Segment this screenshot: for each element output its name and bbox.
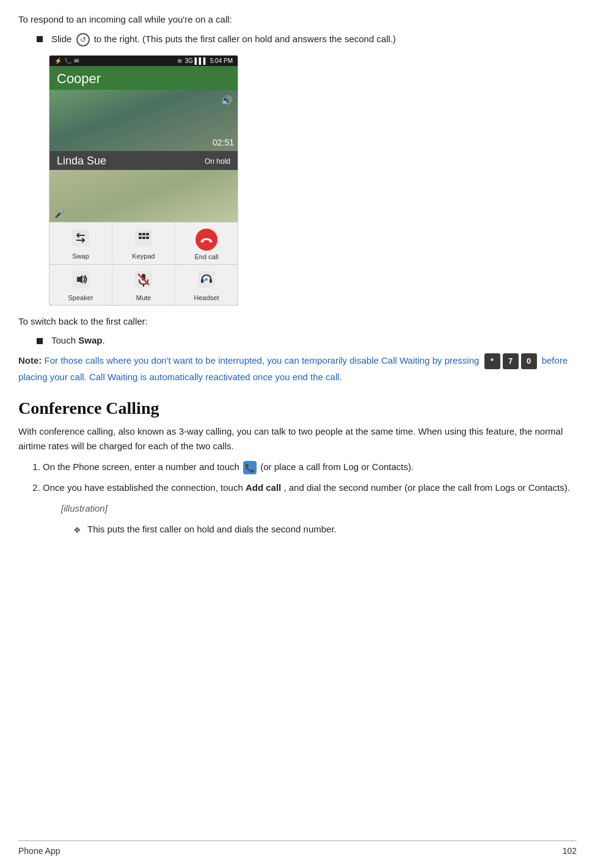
message-icon-status: ✉ xyxy=(74,57,79,64)
conference-intro: With conference calling, also known as 3… xyxy=(18,424,577,454)
speaker-corner-icon: 🔊 xyxy=(221,95,233,106)
end-call-button[interactable]: End call xyxy=(175,223,238,264)
swap-icon xyxy=(72,229,89,250)
second-caller-section: Linda Sue On hold xyxy=(49,151,238,170)
switch-back-text: To switch back to the first caller: xyxy=(18,314,577,329)
first-caller-image: 🔊 02:51 xyxy=(49,90,238,151)
sub-bullet-text: This puts the first caller on hold and d… xyxy=(87,522,337,537)
note-section: Note: For those calls where you don't wa… xyxy=(18,353,577,385)
headset-button[interactable]: Headset xyxy=(175,265,238,305)
on-hold-label: On hold xyxy=(205,157,230,166)
speaker-icon xyxy=(72,271,89,292)
second-caller-name: Linda Sue xyxy=(57,155,106,167)
end-call-icon xyxy=(195,229,217,251)
action-row-1: Swap Keypad xyxy=(49,222,238,264)
step-2-bold: Add call xyxy=(246,482,281,493)
note-label: Note: xyxy=(18,355,42,366)
end-call-label: End call xyxy=(194,253,218,260)
step-1-text-before: On the Phone screen, enter a number and … xyxy=(43,462,242,472)
step-2-text-after: , and dial the second number (or place t… xyxy=(283,482,570,493)
bullet-square-icon xyxy=(37,36,43,42)
headset-icon xyxy=(198,271,215,292)
svg-rect-6 xyxy=(142,237,145,239)
footer-left: Phone App xyxy=(18,846,60,856)
first-caller-section: Cooper xyxy=(49,66,238,90)
action-row-2: Speaker Mute xyxy=(49,264,238,305)
call-timer: 02:51 xyxy=(213,138,234,147)
page-footer: Phone App 102 xyxy=(18,840,577,856)
second-caller-face-bg xyxy=(49,170,238,222)
svg-point-17 xyxy=(205,278,208,281)
headset-label: Headset xyxy=(194,294,219,301)
mute-label: Mute xyxy=(136,294,151,301)
speaker-label: Speaker xyxy=(68,294,93,301)
second-caller-image: 🎤 xyxy=(49,170,238,222)
svg-rect-16 xyxy=(210,279,212,283)
svg-rect-4 xyxy=(146,233,149,235)
step-2: Once you have established the connection… xyxy=(43,480,577,537)
bullet-swap-text: Touch Swap. xyxy=(51,335,105,345)
step-1-text-after: (or place a call from Log or Contacts). xyxy=(260,462,414,472)
conference-calling-heading: Conference Calling xyxy=(18,399,577,418)
time-display: 5:04 PM xyxy=(210,57,233,64)
bullet-slide-instruction: Slide ↺ to the right. (This puts the fir… xyxy=(37,33,577,46)
key-badge-0: 0 xyxy=(521,353,537,369)
keypad-label: Keypad xyxy=(132,252,155,260)
svg-rect-2 xyxy=(139,233,142,235)
step-2-text-before: Once you have established the connection… xyxy=(43,482,246,493)
illustration-placeholder: [illustration] xyxy=(61,501,577,516)
phone-touch-icon xyxy=(243,461,257,474)
steps-list: On the Phone screen, enter a number and … xyxy=(43,460,577,537)
keypad-button[interactable]: Keypad xyxy=(112,223,175,264)
mute-icon xyxy=(135,271,152,292)
status-icons-left: ⚡ 📞 ✉ xyxy=(54,57,79,64)
swap-label: Swap xyxy=(72,252,89,260)
first-caller-bg xyxy=(49,90,238,151)
sub-bullet-diamond-icon: ❖ xyxy=(73,523,81,537)
sub-bullet-item: ❖ This puts the first caller on hold and… xyxy=(73,522,577,537)
status-icons-right: ≋ 3G ▌▌▌ 5:04 PM xyxy=(177,57,233,64)
intro-paragraph: To respond to an incoming call while you… xyxy=(18,12,577,27)
svg-rect-3 xyxy=(142,233,145,235)
bullet-swap-instruction: Touch Swap. xyxy=(37,335,577,345)
signal-text: 3G ▌▌▌ xyxy=(184,57,207,64)
footer-right: 102 xyxy=(563,846,577,856)
svg-rect-15 xyxy=(201,279,203,283)
note-text: For those calls where you don't want to … xyxy=(45,355,482,366)
speaker-button[interactable]: Speaker xyxy=(49,265,112,305)
swap-button[interactable]: Swap xyxy=(49,223,112,264)
mute-button[interactable]: Mute xyxy=(112,265,175,305)
svg-rect-5 xyxy=(139,237,142,239)
slide-icon: ↺ xyxy=(76,33,90,46)
key-badge-star: * xyxy=(484,353,500,369)
step-1: On the Phone screen, enter a number and … xyxy=(43,460,577,474)
phone-status-bar: ⚡ 📞 ✉ ≋ 3G ▌▌▌ 5:04 PM xyxy=(49,56,238,66)
first-caller-name: Cooper xyxy=(57,71,230,87)
phone-icon-status: 📞 xyxy=(64,57,71,64)
keypad-icon xyxy=(135,229,152,250)
phone-screenshot: ⚡ 📞 ✉ ≋ 3G ▌▌▌ 5:04 PM Cooper 🔊 02:51 Li… xyxy=(49,55,238,306)
usb-icon: ⚡ xyxy=(54,57,62,64)
mic-mute-icon: 🎤 xyxy=(54,208,65,218)
svg-rect-7 xyxy=(146,237,149,239)
svg-rect-0 xyxy=(72,229,89,246)
bullet-square-2-icon xyxy=(37,338,43,344)
bullet-slide-text: Slide ↺ to the right. (This puts the fir… xyxy=(51,33,396,46)
key-badges: * 7 0 xyxy=(484,353,537,369)
wifi-icon: ≋ xyxy=(177,57,182,64)
key-badge-7: 7 xyxy=(503,353,519,369)
